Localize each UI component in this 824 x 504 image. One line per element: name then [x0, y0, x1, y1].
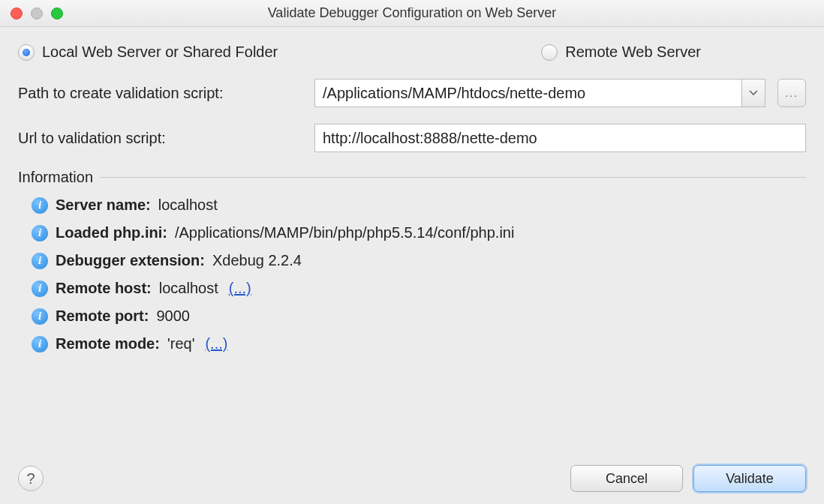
titlebar: Validate Debugger Configuration on Web S…	[0, 0, 824, 27]
radio-local-web-server[interactable]: Local Web Server or Shared Folder	[18, 44, 278, 61]
divider	[101, 177, 806, 178]
info-row-remote-mode: i Remote mode: 'req' (...)	[32, 335, 806, 352]
info-icon: i	[32, 336, 48, 352]
info-row-debugger-extension: i Debugger extension: Xdebug 2.2.4	[32, 252, 806, 269]
traffic-lights	[0, 8, 63, 20]
browse-path-button[interactable]: ...	[777, 79, 806, 107]
radio-icon	[18, 44, 35, 61]
validate-button[interactable]: Validate	[693, 465, 806, 492]
path-input[interactable]	[314, 79, 741, 107]
remote-mode-details-link[interactable]: (...)	[205, 335, 227, 352]
info-value: localhost	[159, 280, 218, 297]
info-icon: i	[32, 225, 48, 242]
radio-icon	[541, 44, 558, 61]
url-label: Url to validation script:	[18, 130, 307, 147]
info-value: /Applications/MAMP/bin/php/php5.5.14/con…	[175, 224, 515, 242]
info-value: Xdebug 2.2.4	[212, 252, 302, 269]
information-section-title: Information	[18, 169, 93, 186]
radio-local-label: Local Web Server or Shared Folder	[42, 44, 278, 61]
cancel-button[interactable]: Cancel	[570, 465, 683, 492]
info-icon: i	[32, 308, 48, 325]
info-icon: i	[32, 253, 48, 269]
info-value: 9000	[156, 308, 190, 325]
help-button[interactable]: ?	[18, 466, 44, 491]
info-row-remote-port: i Remote port: 9000	[32, 308, 806, 325]
information-list: i Server name: localhost i Loaded php.in…	[18, 196, 806, 352]
path-label: Path to create validation script:	[18, 85, 307, 102]
info-value: localhost	[158, 196, 218, 214]
info-value: 'req'	[167, 335, 195, 352]
close-window-button[interactable]	[11, 8, 23, 20]
window-title: Validate Debugger Configuration on Web S…	[0, 5, 824, 21]
path-dropdown-arrow[interactable]	[741, 79, 765, 107]
radio-remote-label: Remote Web Server	[565, 44, 701, 61]
minimize-window-button[interactable]	[31, 8, 43, 20]
chevron-down-icon	[749, 90, 758, 96]
info-row-remote-host: i Remote host: localhost (...)	[32, 280, 806, 297]
info-icon: i	[32, 197, 48, 214]
maximize-window-button[interactable]	[51, 8, 63, 20]
url-input[interactable]	[314, 124, 806, 152]
info-icon: i	[32, 280, 48, 297]
radio-remote-web-server[interactable]: Remote Web Server	[541, 44, 701, 61]
info-row-server-name: i Server name: localhost	[32, 196, 806, 214]
info-row-loaded-php-ini: i Loaded php.ini: /Applications/MAMP/bin…	[32, 224, 806, 242]
remote-host-details-link[interactable]: (...)	[229, 280, 251, 297]
